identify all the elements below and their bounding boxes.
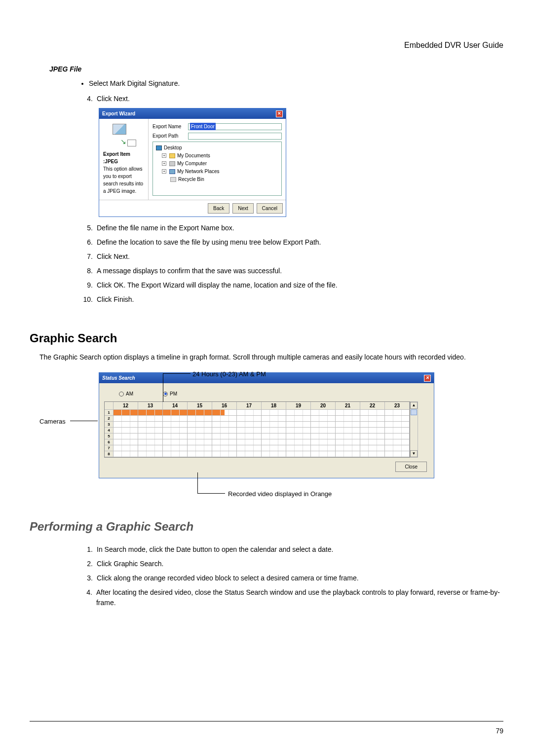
callout-recorded: Recorded video displayed in Orange bbox=[228, 489, 332, 499]
status-title: Status Search bbox=[102, 374, 135, 382]
am-radio[interactable]: AM bbox=[119, 390, 133, 397]
camera-label: 4 bbox=[105, 428, 114, 433]
hour-header: 23 bbox=[385, 402, 410, 410]
desktop-icon bbox=[156, 145, 162, 150]
computer-icon bbox=[169, 161, 175, 166]
plus-icon[interactable]: + bbox=[162, 161, 166, 166]
jpeg-file-heading: JPEG File bbox=[49, 64, 503, 74]
step-number: 1. bbox=[79, 544, 93, 555]
hour-header: 20 bbox=[311, 402, 336, 410]
tree-item-network[interactable]: +My Network Places bbox=[162, 168, 278, 175]
footer-rule bbox=[30, 721, 503, 721]
step-number: 9. bbox=[79, 280, 93, 290]
export-name-label: Export Name bbox=[152, 123, 188, 130]
camera-row[interactable]: 4 bbox=[105, 428, 410, 433]
graphic-search-intro: The Graphic Search option displays a tim… bbox=[39, 352, 503, 362]
plus-icon[interactable]: + bbox=[162, 169, 166, 174]
hour-header: 22 bbox=[360, 402, 385, 410]
export-item-desc: This option allows you to export search … bbox=[103, 165, 144, 195]
instruction-step: 5. Define the file name in the Export Na… bbox=[79, 223, 503, 233]
instruction-step: 8. A message displays to confirm that th… bbox=[79, 266, 503, 276]
instruction-step: 4. After locating the desired video, clo… bbox=[79, 587, 503, 608]
export-path-label: Export Path bbox=[152, 132, 188, 140]
export-item-title: Export Item :JPEG bbox=[103, 150, 144, 165]
step-text: After locating the desired video, close … bbox=[96, 587, 503, 608]
radio-icon bbox=[163, 392, 168, 396]
hour-header: 12 bbox=[114, 402, 138, 410]
camera-label: 3 bbox=[105, 422, 114, 428]
camera-row[interactable]: 5 bbox=[105, 433, 410, 439]
step-number: 4. bbox=[79, 587, 92, 608]
scrollbar[interactable]: ▲ ▼ bbox=[410, 401, 418, 458]
hour-header: 21 bbox=[336, 402, 360, 410]
instruction-step: 9. Click OK. The Export Wizard will disp… bbox=[79, 280, 503, 290]
tree-item-documents[interactable]: +My Documents bbox=[162, 152, 278, 159]
scroll-up-icon[interactable]: ▲ bbox=[410, 402, 418, 409]
hour-header: 14 bbox=[163, 402, 188, 410]
camera-row[interactable]: 7 bbox=[105, 445, 410, 451]
step-text: In Search mode, click the Date button to… bbox=[97, 544, 333, 555]
folder-icon bbox=[169, 153, 175, 158]
pm-radio[interactable]: PM bbox=[163, 390, 177, 397]
instruction-step: 1. In Search mode, click the Date button… bbox=[79, 544, 503, 555]
cancel-button[interactable]: Cancel bbox=[257, 203, 283, 214]
wizard-title: Export Wizard bbox=[102, 110, 135, 117]
hour-header: 18 bbox=[262, 402, 286, 410]
camera-label: 2 bbox=[105, 416, 114, 422]
step-text: Define the file name in the Export Name … bbox=[97, 223, 234, 233]
page-number: 79 bbox=[495, 726, 503, 736]
camera-row[interactable]: 8 bbox=[105, 451, 410, 457]
network-icon bbox=[169, 169, 175, 174]
back-button[interactable]: Back bbox=[208, 203, 229, 214]
plus-icon[interactable]: + bbox=[162, 153, 166, 158]
instruction-step: 6. Define the location to save the file … bbox=[79, 237, 503, 248]
step-text: Click along the orange recorded video bl… bbox=[97, 573, 359, 583]
scroll-down-icon[interactable]: ▼ bbox=[410, 450, 418, 457]
camera-label: 1 bbox=[105, 410, 114, 416]
hour-header: 17 bbox=[237, 402, 262, 410]
instruction-step: 2. Click Graphic Search. bbox=[79, 559, 503, 569]
export-path-field[interactable] bbox=[188, 133, 282, 140]
step-text: Click Next. bbox=[97, 252, 130, 262]
export-wizard-screenshot: Export Wizard ✕ ↘ Export Item :JPEG This… bbox=[99, 108, 286, 217]
tree-item-desktop[interactable]: Desktop bbox=[156, 144, 278, 151]
step-number: 8. bbox=[79, 266, 93, 276]
step-number: 3. bbox=[79, 573, 93, 583]
step-text: Click Graphic Search. bbox=[97, 559, 163, 569]
status-search-screenshot: Status Search ✕ AM PM 12 13 14 15 16 17 bbox=[99, 372, 434, 478]
export-name-field[interactable]: Front Door bbox=[188, 123, 282, 130]
step-number: 4. bbox=[79, 94, 93, 104]
camera-label: 6 bbox=[105, 439, 114, 445]
radio-icon bbox=[119, 392, 124, 396]
tree-item-computer[interactable]: +My Computer bbox=[162, 160, 278, 167]
camera-row[interactable]: 6 bbox=[105, 439, 410, 445]
step-number: 6. bbox=[79, 237, 93, 248]
recyclebin-icon bbox=[170, 177, 176, 182]
callout-cameras: Cameras bbox=[39, 417, 66, 427]
hour-header: 16 bbox=[212, 402, 237, 410]
instruction-step: 4. Click Next. bbox=[79, 94, 503, 104]
timeline-grid[interactable]: 12 13 14 15 16 17 18 19 20 21 22 23 bbox=[104, 401, 410, 458]
close-icon[interactable]: ✕ bbox=[424, 375, 431, 382]
tree-item-recyclebin[interactable]: Recycle Bin bbox=[162, 176, 278, 183]
step-text: Click Finish. bbox=[97, 294, 134, 305]
camera-row[interactable]: 2 bbox=[105, 416, 410, 422]
export-path-tree[interactable]: Desktop +My Documents +My Computer +My N… bbox=[152, 142, 282, 196]
scroll-thumb[interactable] bbox=[411, 409, 417, 415]
step-number: 5. bbox=[79, 223, 93, 233]
camera-label: 5 bbox=[105, 433, 114, 439]
callout-hours: 24 Hours (0-23) AM & PM bbox=[192, 369, 266, 379]
graphic-search-heading: Graphic Search bbox=[30, 329, 503, 347]
step-text: Define the location to save the file by … bbox=[97, 237, 321, 248]
next-button[interactable]: Next bbox=[232, 203, 254, 214]
camera-row[interactable]: 3 bbox=[105, 422, 410, 428]
close-icon[interactable]: ✕ bbox=[276, 110, 283, 117]
close-button[interactable]: Close bbox=[395, 462, 427, 472]
hour-header: 15 bbox=[188, 402, 212, 410]
camera-row[interactable]: 1 bbox=[105, 410, 410, 416]
step-text: Click Next. bbox=[97, 94, 130, 104]
step-number: 7. bbox=[79, 252, 93, 262]
instruction-step: 7. Click Next. bbox=[79, 252, 503, 262]
step-number: 10. bbox=[79, 294, 93, 305]
export-name-value: Front Door bbox=[190, 123, 216, 130]
